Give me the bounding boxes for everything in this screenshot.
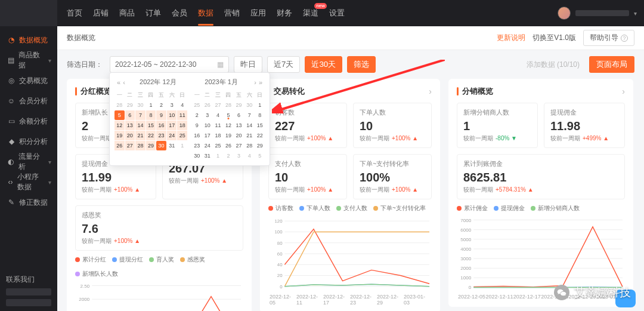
calendar-day[interactable]: 1 [146, 100, 156, 110]
calendar-day[interactable]: 14 [135, 121, 145, 130]
calendar-day[interactable]: 19 [114, 131, 125, 140]
sidebar-item-members[interactable]: ☺会员分析 [0, 91, 57, 111]
calendar-day[interactable]: 26 [114, 141, 125, 150]
nav-channel[interactable]: 渠道new [303, 1, 318, 26]
calendar-day[interactable]: 8 [255, 110, 265, 120]
sidebar-item-miniapp[interactable]: ‹›小程序数据▾ [0, 172, 57, 192]
legend-item[interactable]: 感恩奖 [180, 255, 205, 264]
legend-item[interactable]: 累计分红 [75, 255, 106, 264]
switch-version-link[interactable]: 切换至V1.0版 [532, 33, 576, 43]
nav-member[interactable]: 会员 [172, 1, 187, 26]
calendar-day[interactable]: 23 [192, 141, 202, 150]
chevron-down-icon[interactable]: ▾ [634, 10, 637, 17]
calendar-day[interactable]: 25 [213, 141, 223, 150]
calendar-day[interactable]: 15 [255, 121, 265, 130]
calendar-day[interactable]: 21 [244, 131, 255, 140]
calendar-day[interactable]: 6 [125, 110, 135, 120]
calendar-day[interactable]: 24 [203, 141, 213, 150]
calendar-day[interactable]: 23 [156, 131, 166, 140]
calendar-day[interactable]: 17 [203, 131, 213, 140]
calendar-popover[interactable]: « ‹ 2022年 12月 2023年 1月 › » 一二三四五六日282930… [109, 72, 270, 166]
help-button[interactable]: 帮助引导? [583, 30, 634, 46]
nav-marketing[interactable]: 营销 [224, 1, 240, 26]
legend-item[interactable]: 访客数 [268, 204, 293, 213]
calendar-day[interactable]: 11 [177, 110, 187, 120]
calendar-day[interactable]: 28 [244, 141, 255, 150]
sidebar-item-overview[interactable]: ◔数据概览 [0, 30, 57, 50]
calendar-day[interactable]: 4 [177, 100, 187, 110]
calendar-day[interactable]: 27 [125, 141, 135, 150]
legend-item[interactable]: 支付人数 [336, 204, 367, 213]
nav-data[interactable]: 数据 [198, 1, 213, 26]
calendar-day[interactable]: 25 [177, 131, 187, 140]
sidebar-item-fix[interactable]: ✎修正数据 [0, 192, 57, 213]
calendar-day[interactable]: 6 [234, 110, 244, 120]
calendar-day[interactable]: 29 [255, 141, 265, 150]
calendar-day[interactable]: 24 [167, 131, 177, 140]
date-range-input[interactable]: 2022-12-05 ~ 2022-12-30 ▦ « ‹ 2022年 12月 … [110, 56, 229, 73]
calendar-day[interactable]: 27 [234, 141, 244, 150]
nav-finance[interactable]: 财务 [277, 1, 292, 26]
sidebar-item-trade[interactable]: ◎交易概览 [0, 70, 57, 91]
update-link[interactable]: 更新说明 [497, 33, 525, 43]
legend-item[interactable]: 提现分红 [112, 255, 143, 264]
cal-next-year[interactable]: » [258, 79, 264, 86]
shop-name[interactable] [575, 10, 629, 16]
calendar-day[interactable]: 30 [156, 141, 166, 150]
legend-item[interactable]: 累计佣金 [457, 204, 488, 213]
calendar-day[interactable]: 14 [244, 121, 255, 130]
legend-item[interactable]: 下单人数 [299, 204, 330, 213]
calendar-day[interactable]: 8 [146, 110, 156, 120]
calendar-day[interactable]: 7 [244, 110, 255, 120]
calendar-day[interactable]: 16 [192, 131, 202, 140]
legend-item[interactable]: 育人奖 [149, 255, 174, 264]
calendar-day[interactable]: 13 [125, 121, 135, 130]
calendar-day[interactable]: 13 [234, 121, 244, 130]
calendar-day[interactable]: 21 [135, 131, 145, 140]
calendar-day[interactable]: 31 [167, 141, 177, 150]
calendar-day[interactable]: 9 [192, 121, 202, 130]
calendar-day[interactable]: 4 [213, 110, 223, 120]
add-data-text[interactable]: 添加数据 (10/10) [527, 60, 580, 70]
calendar-day[interactable]: 30 [192, 151, 202, 161]
card-more[interactable]: › [622, 87, 625, 96]
calendar-day[interactable]: 5 [114, 110, 125, 120]
nav-shop[interactable]: 店铺 [93, 1, 109, 26]
calendar-day[interactable]: 1 [255, 100, 265, 110]
legend-item[interactable]: 新增队长人数 [75, 270, 118, 278]
calendar-day[interactable]: 3 [203, 110, 213, 120]
legend-item[interactable]: 下单~支付转化率 [373, 204, 426, 213]
calendar-day[interactable]: 16 [156, 121, 166, 130]
sidebar-item-balance[interactable]: ▭余额分析 [0, 111, 57, 131]
calendar-day[interactable]: 12 [224, 121, 234, 130]
btn-30d[interactable]: 近30天 [305, 56, 342, 73]
avatar[interactable] [558, 7, 571, 20]
cal-prev-month[interactable]: ‹ [122, 79, 126, 86]
calendar-day[interactable]: 18 [213, 131, 223, 140]
calendar-day[interactable]: 11 [213, 121, 223, 130]
btn-yesterday[interactable]: 昨日 [234, 56, 262, 73]
nav-app[interactable]: 应用 [250, 1, 266, 26]
legend-item[interactable]: 新增分销商人数 [531, 204, 580, 213]
nav-order[interactable]: 订单 [145, 1, 161, 26]
nav-goods[interactable]: 商品 [119, 1, 135, 26]
calendar-day[interactable]: 12 [114, 121, 125, 130]
btn-filter[interactable]: 筛选 [347, 56, 376, 73]
calendar-day[interactable]: 2 [156, 100, 166, 110]
sidebar-item-goods[interactable]: ▤商品数据▾ [0, 50, 57, 70]
calendar-day[interactable]: 22 [146, 131, 156, 140]
legend-item[interactable]: 提现佣金 [494, 204, 525, 213]
layout-button[interactable]: 页面布局 [589, 56, 634, 73]
calendar-day[interactable]: 2 [192, 110, 202, 120]
nav-settings[interactable]: 设置 [329, 1, 345, 26]
calendar-day[interactable]: 17 [167, 121, 177, 130]
cal-prev-year[interactable]: « [116, 79, 122, 86]
calendar-day[interactable]: 15 [146, 121, 156, 130]
calendar-day[interactable]: 5 [224, 110, 234, 120]
calendar-day[interactable]: 19 [224, 131, 234, 140]
calendar-day[interactable]: 20 [234, 131, 244, 140]
calendar-day[interactable]: 22 [255, 131, 265, 140]
calendar-day[interactable]: 7 [135, 110, 145, 120]
sidebar-item-points[interactable]: ◆积分分析 [0, 131, 57, 152]
calendar-day[interactable]: 3 [167, 100, 177, 110]
